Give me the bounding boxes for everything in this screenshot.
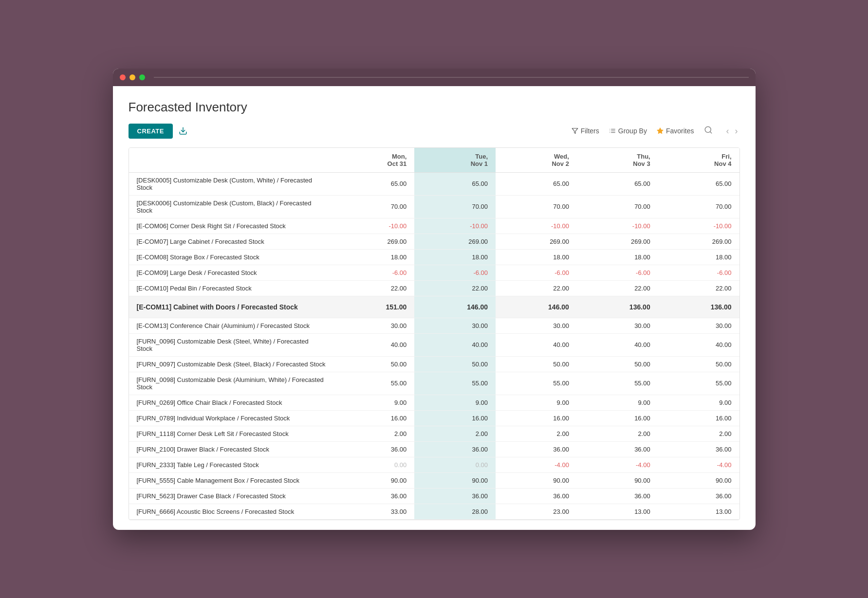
star-icon [657,127,664,134]
svg-line-10 [710,131,711,133]
cell-value: 136.00 [658,296,739,318]
cell-value: 23.00 [496,504,577,519]
nav-prev-button[interactable]: ‹ [724,125,731,137]
cell-value: 40.00 [577,333,658,356]
table-row[interactable]: [FURN_0269] Office Chair Black / Forecas… [129,395,739,410]
cell-value: 36.00 [577,488,658,504]
cell-value: 36.00 [496,488,577,504]
cell-value: 22.00 [496,280,577,296]
table-row[interactable]: [FURN_0097] Customizable Desk (Steel, Bl… [129,356,739,372]
cell-value: 55.00 [333,372,415,395]
cell-name: [FURN_0096] Customizable Desk (Steel, Wh… [129,333,333,356]
table-row[interactable]: [FURN_2333] Table Leg / Forecasted Stock… [129,457,739,472]
cell-value: 18.00 [658,249,739,265]
cell-value: 22.00 [414,280,496,296]
cell-value: 9.00 [496,395,577,410]
cell-value: 65.00 [658,172,739,195]
cell-value: 90.00 [333,472,415,488]
cell-value: 18.00 [496,249,577,265]
cell-value: 30.00 [577,318,658,333]
cell-value: 65.00 [577,172,658,195]
cell-value: 16.00 [577,410,658,426]
cell-value: -6.00 [333,265,415,280]
cell-value: 13.00 [577,504,658,519]
filters-button[interactable]: Filters [572,127,599,135]
title-bar-line [154,77,749,78]
cell-value: 22.00 [333,280,415,296]
cell-name: [FURN_6666] Acoustic Bloc Screens / Fore… [129,504,333,519]
cell-value: -10.00 [496,218,577,234]
cell-value: 2.00 [414,426,496,441]
cell-value: 50.00 [333,356,415,372]
svg-marker-1 [572,128,578,134]
cell-value: 40.00 [414,333,496,356]
group-by-button[interactable]: Group By [609,127,647,135]
cell-value: 151.00 [333,296,415,318]
table-row[interactable]: [E-COM11] Cabinet with Doors / Forecaste… [129,296,739,318]
cell-value: -10.00 [658,218,739,234]
table-row[interactable]: [E-COM07] Large Cabinet / Forecasted Sto… [129,234,739,249]
cell-value: -6.00 [577,265,658,280]
table-row[interactable]: [DESK0006] Customizable Desk (Custom, Bl… [129,195,739,218]
table-row[interactable]: [FURN_5555] Cable Management Box / Forec… [129,472,739,488]
search-icon[interactable] [704,126,713,137]
cell-name: [E-COM10] Pedal Bin / Forecasted Stock [129,280,333,296]
cell-value: 50.00 [496,356,577,372]
cell-value: 36.00 [414,441,496,457]
cell-value: 90.00 [658,472,739,488]
table-row[interactable]: [E-COM10] Pedal Bin / Forecasted Stock22… [129,280,739,296]
cell-value: 36.00 [658,488,739,504]
cell-value: -6.00 [496,265,577,280]
cell-value: -4.00 [577,457,658,472]
cell-value: 9.00 [414,395,496,410]
table-row[interactable]: [DESK0005] Customizable Desk (Custom, Wh… [129,172,739,195]
cell-value: -10.00 [414,218,496,234]
table-row[interactable]: [FURN_1118] Corner Desk Left Sit / Forec… [129,426,739,441]
title-bar [113,69,756,86]
col-header-name [129,148,333,173]
inventory-table: Mon,Oct 31 Tue,Nov 1 Wed,Nov 2 Thu,Nov 3… [129,148,739,520]
cell-value: 55.00 [414,372,496,395]
table-row[interactable]: [FURN_0098] Customizable Desk (Aluminium… [129,372,739,395]
favorites-label: Favorites [666,127,694,135]
inventory-table-container: Mon,Oct 31 Tue,Nov 1 Wed,Nov 2 Thu,Nov 3… [129,147,740,520]
download-icon [179,127,187,135]
cell-value: -4.00 [658,457,739,472]
download-button[interactable] [179,127,187,135]
cell-value: 0.00 [333,457,415,472]
cell-value: 30.00 [333,318,415,333]
cell-value: 90.00 [577,472,658,488]
cell-value: 9.00 [577,395,658,410]
table-row[interactable]: [E-COM13] Conference Chair (Aluminium) /… [129,318,739,333]
table-row[interactable]: [E-COM06] Corner Desk Right Sit / Foreca… [129,218,739,234]
cell-value: 55.00 [577,372,658,395]
cell-value: -4.00 [496,457,577,472]
col-header-thu: Thu,Nov 3 [577,148,658,173]
cell-name: [FURN_1118] Corner Desk Left Sit / Forec… [129,426,333,441]
table-row[interactable]: [E-COM08] Storage Box / Forecasted Stock… [129,249,739,265]
cell-value: 33.00 [333,504,415,519]
page-title: Forecasted Inventory [129,100,740,115]
cell-value: 146.00 [496,296,577,318]
cell-name: [FURN_5623] Drawer Case Black / Forecast… [129,488,333,504]
table-row[interactable]: [FURN_5623] Drawer Case Black / Forecast… [129,488,739,504]
cell-value: 36.00 [414,488,496,504]
table-row[interactable]: [FURN_0096] Customizable Desk (Steel, Wh… [129,333,739,356]
create-button[interactable]: CREATE [129,124,173,139]
table-row[interactable]: [E-COM09] Large Desk / Forecasted Stock-… [129,265,739,280]
table-row[interactable]: [FURN_6666] Acoustic Bloc Screens / Fore… [129,504,739,519]
cell-value: 2.00 [658,426,739,441]
cell-name: [E-COM11] Cabinet with Doors / Forecaste… [129,296,333,318]
table-row[interactable]: [FURN_0789] Individual Workplace / Forec… [129,410,739,426]
nav-next-button[interactable]: › [733,125,740,137]
minimize-dot[interactable] [129,74,135,80]
group-by-icon [609,127,616,134]
cell-value: 36.00 [333,488,415,504]
cell-name: [FURN_0098] Customizable Desk (Aluminium… [129,372,333,395]
cell-value: 30.00 [414,318,496,333]
close-dot[interactable] [120,74,126,80]
cell-value: 30.00 [496,318,577,333]
favorites-button[interactable]: Favorites [657,127,694,135]
table-row[interactable]: [FURN_2100] Drawer Black / Forecasted St… [129,441,739,457]
maximize-dot[interactable] [139,74,145,80]
